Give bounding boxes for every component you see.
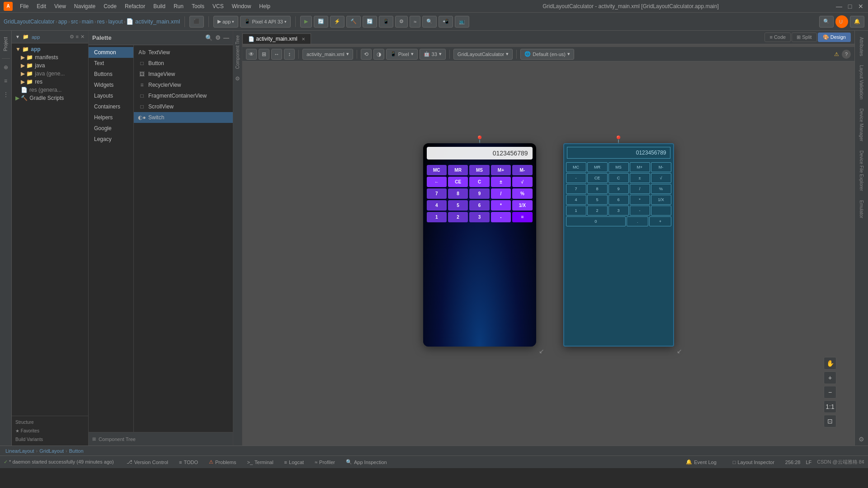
btn-inv[interactable]: 1/X	[512, 200, 532, 211]
zoom-ratio-button[interactable]: 1:1	[824, 400, 836, 413]
btn-3[interactable]: 3	[469, 212, 489, 222]
btn-9[interactable]: 9	[469, 188, 489, 199]
tree-java[interactable]: ▶ 📁 java	[12, 61, 88, 70]
status-logcat[interactable]: ≡ Logcat	[279, 457, 309, 467]
menu-run[interactable]: Run	[170, 2, 187, 10]
btn-mc[interactable]: MC	[427, 165, 447, 175]
bc-layout[interactable]: layout	[108, 19, 123, 25]
device-dropdown[interactable]: ▶ app ▾	[213, 16, 238, 28]
build-variants-icon[interactable]: Build Variants	[12, 435, 88, 444]
component-tree-settings-icon[interactable]: ⚙	[233, 74, 242, 84]
btn-sqrt[interactable]: √	[512, 177, 532, 187]
git-button[interactable]: ⬛	[189, 16, 204, 28]
menu-refactor[interactable]: Refactor	[121, 2, 149, 10]
bp-btn-ce2[interactable]: CE	[587, 173, 608, 183]
btn-c[interactable]: C	[469, 177, 489, 187]
menu-build[interactable]: Build	[150, 2, 169, 10]
pixel-dropdown[interactable]: 📱 Pixel 4 API 33 ▾	[240, 16, 291, 28]
bp-btn-7b[interactable]: 7	[566, 184, 586, 194]
btn-4[interactable]: 4	[427, 200, 447, 211]
menu-tools[interactable]: Tools	[188, 2, 208, 10]
device-mirror[interactable]: 📲	[439, 16, 453, 28]
eye-button[interactable]: 👁	[246, 49, 257, 60]
btn-eq[interactable]: =	[512, 212, 532, 222]
sidebar-icon-2[interactable]: ≡	[2, 76, 9, 86]
bp-btn-invb[interactable]: 1/X	[651, 195, 671, 205]
tree-res[interactable]: ▶ 📁 res	[12, 78, 88, 86]
panel-expand-icon[interactable]: ▼	[15, 34, 20, 39]
view-tab-code[interactable]: ≡ Code	[764, 33, 791, 42]
bp-btn-addb[interactable]: +	[649, 216, 671, 226]
sdk-button[interactable]: ⚙	[395, 16, 408, 28]
build-button[interactable]: 🔨	[346, 16, 361, 28]
layout-inspector-tab[interactable]: □ Layout Inspector	[727, 458, 780, 467]
btn-ce[interactable]: CE	[448, 177, 468, 187]
bc-button[interactable]: Button	[69, 448, 84, 454]
search-button[interactable]: 🔍	[819, 16, 834, 28]
btn-sub[interactable]: -	[491, 212, 511, 222]
profile-button[interactable]: U	[835, 15, 848, 28]
palette-cat-buttons[interactable]: Buttons	[89, 69, 133, 80]
bp-btn-mminus[interactable]: M-	[651, 162, 671, 172]
close-button[interactable]: ✕	[857, 3, 864, 10]
palette-close-icon[interactable]: —	[223, 34, 229, 41]
status-profiler[interactable]: ≈ Profiler	[309, 457, 340, 467]
component-tree-tab[interactable]: Component Tree	[234, 31, 241, 74]
attributes-tab[interactable]: Attributes	[857, 33, 866, 61]
tree-manifests[interactable]: ▶ 📁 manifests	[12, 53, 88, 61]
bp-btn-2b[interactable]: 2	[587, 206, 608, 216]
theme-button[interactable]: ◑	[373, 49, 384, 60]
device-manager-tab[interactable]: Device Manager	[857, 104, 866, 146]
bp-btn-c2[interactable]: C	[609, 173, 629, 183]
view-tab-design[interactable]: 🎨 Design	[818, 33, 851, 42]
zoom-fit-button[interactable]: ⊡	[824, 415, 836, 427]
profiler-button[interactable]: ≈	[410, 16, 420, 28]
help-icon[interactable]: ?	[842, 50, 851, 59]
api-dropdown[interactable]: 🤖 33 ▾	[420, 49, 446, 60]
bp-btn-3b[interactable]: 3	[609, 206, 629, 216]
bc-root[interactable]: GridLayoutCalculator	[4, 19, 55, 25]
zoom-in-button[interactable]: +	[824, 371, 836, 384]
bp-btn-dotb[interactable]: .	[627, 216, 648, 226]
bp-btn-mulb[interactable]: *	[630, 195, 650, 205]
palette-cat-text[interactable]: Text	[89, 58, 133, 69]
tree-res-gen[interactable]: 📄 res (genera...	[12, 86, 88, 94]
status-problems[interactable]: ⚠ Problems	[203, 457, 241, 467]
zoom-out-button[interactable]: −	[824, 386, 836, 399]
bp-btn-divb[interactable]: /	[630, 184, 650, 194]
device-dropdown[interactable]: 📱 Pixel ▾	[386, 49, 418, 60]
palette-item-switch[interactable]: ◐● Switch	[134, 112, 233, 123]
favorites-icon[interactable]: ★ Favorites	[12, 427, 88, 435]
bp-btn-ms[interactable]: MS	[609, 162, 629, 172]
bc-app[interactable]: app	[58, 19, 67, 25]
palette-item-textview[interactable]: Ab TextView	[134, 47, 233, 58]
palette-item-fragmentcontainerview[interactable]: □ FragmentContainerView	[134, 90, 233, 101]
config-dropdown[interactable]: GridLayoutCalculator ▾	[453, 49, 513, 60]
sidebar-icon-3[interactable]: ⋮	[1, 89, 10, 99]
panel-close-icon[interactable]: ✕	[80, 34, 85, 40]
btn-6[interactable]: 6	[469, 200, 489, 211]
bc-res[interactable]: res	[97, 19, 105, 25]
arrows-h-button[interactable]: ↔	[271, 49, 282, 60]
tree-gradle[interactable]: ▶ 🔨 Gradle Scripts	[12, 94, 88, 102]
gradle-icon[interactable]: ⚙	[856, 433, 867, 446]
bp-btn-5b[interactable]: 5	[587, 195, 608, 205]
panel-gear-icon[interactable]: ⚙	[70, 34, 74, 40]
palette-item-button[interactable]: □ Button	[134, 58, 233, 69]
inspector-button[interactable]: 🔍	[422, 16, 437, 28]
device-file-explorer-tab[interactable]: Device File Explorer	[857, 146, 866, 195]
bp-btn-6b[interactable]: 6	[609, 195, 629, 205]
btn-back[interactable]: ←	[427, 177, 447, 187]
bp-btn-pctb[interactable]: %	[651, 184, 671, 194]
locale-dropdown[interactable]: 🌐 Default (en-us) ▾	[520, 49, 574, 60]
palette-cat-helpers[interactable]: Helpers	[89, 112, 133, 123]
menu-help[interactable]: Help	[255, 2, 274, 10]
bp-btn-mr[interactable]: MR	[587, 162, 608, 172]
layout-validation-tab[interactable]: Layout Validation	[857, 61, 866, 104]
palette-cat-google[interactable]: Google	[89, 123, 133, 134]
bp-btn-4b[interactable]: 4	[566, 195, 586, 205]
bp-btn-0b[interactable]: 0	[566, 216, 626, 226]
btn-mplus[interactable]: M+	[491, 165, 511, 175]
bc-src[interactable]: src	[71, 19, 78, 25]
debug-button[interactable]: 🔄	[314, 16, 328, 28]
